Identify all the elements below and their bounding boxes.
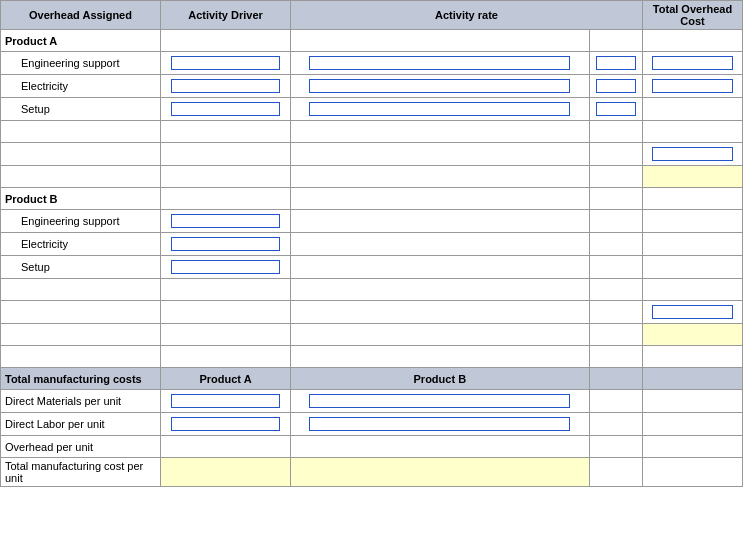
empty-3-col3 — [291, 279, 590, 301]
product-a-engineering-driver-input[interactable] — [171, 56, 280, 70]
direct-labor-col5 — [643, 413, 743, 436]
header-activity-driver: Activity Driver — [161, 1, 291, 30]
overhead-per-unit-label: Overhead per unit — [1, 436, 161, 458]
product-a-setup-driver-cell — [161, 98, 291, 121]
sep-col4 — [589, 346, 642, 368]
empty-row-1 — [1, 121, 743, 143]
product-b-electricity-label: Electricity — [1, 233, 161, 256]
empty-4-col4 — [589, 301, 642, 324]
product-a-setup-rate1-cell — [291, 98, 590, 121]
product-a-electricity-rate1-cell — [291, 75, 590, 98]
product-b-subtotal-input[interactable] — [652, 305, 734, 319]
summary-header-label: Total manufacturing costs — [1, 368, 161, 390]
product-a-electricity-label: Electricity — [1, 75, 161, 98]
empty-4-col2 — [161, 301, 291, 324]
empty-4-col1 — [1, 301, 161, 324]
direct-materials-label: Direct Materials per unit — [1, 390, 161, 413]
product-b-engineering-driver-input[interactable] — [171, 214, 280, 228]
product-b-engineering-rate1-cell — [291, 210, 590, 233]
direct-materials-a-input[interactable] — [171, 394, 280, 408]
empty-1-col1 — [1, 121, 161, 143]
product-a-yellow-total — [643, 166, 743, 188]
product-a-electricity-rate2-cell — [589, 75, 642, 98]
product-b-rate2-header — [589, 188, 642, 210]
direct-materials-b-input[interactable] — [309, 394, 570, 408]
total-mfg-cost-col5 — [643, 458, 743, 487]
product-a-setup-label: Setup — [1, 98, 161, 121]
product-a-engineering-label: Engineering support — [1, 52, 161, 75]
product-a-engineering-row: Engineering support — [1, 52, 743, 75]
empty-2-col4 — [589, 143, 642, 166]
product-b-engineering-row: Engineering support — [1, 210, 743, 233]
product-a-engineering-driver-cell — [161, 52, 291, 75]
summary-col4 — [589, 368, 642, 390]
product-b-total-col4 — [589, 324, 642, 346]
product-a-label: Product A — [1, 30, 161, 52]
product-a-setup-driver-input[interactable] — [171, 102, 280, 116]
product-a-rate2-header — [589, 30, 642, 52]
product-b-setup-driver-cell — [161, 256, 291, 279]
product-a-setup-total-cell — [643, 98, 743, 121]
product-a-electricity-rate1-input[interactable] — [309, 79, 570, 93]
product-b-setup-driver-input[interactable] — [171, 260, 280, 274]
empty-3-col1 — [1, 279, 161, 301]
product-b-engineering-driver-cell — [161, 210, 291, 233]
sep-col2 — [161, 346, 291, 368]
direct-labor-b-input[interactable] — [309, 417, 570, 431]
product-b-total-col3 — [291, 324, 590, 346]
empty-separator — [1, 346, 743, 368]
direct-labor-a-input[interactable] — [171, 417, 280, 431]
product-b-total-col2 — [161, 324, 291, 346]
product-b-setup-label: Setup — [1, 256, 161, 279]
empty-1-col5 — [643, 121, 743, 143]
product-a-engineering-rate2-input[interactable] — [596, 56, 636, 70]
direct-materials-a-cell — [161, 390, 291, 413]
header-total-overhead-cost: Total Overhead Cost — [643, 1, 743, 30]
product-b-electricity-driver-input[interactable] — [171, 237, 280, 251]
direct-labor-col4 — [589, 413, 642, 436]
product-a-total-col3 — [291, 166, 590, 188]
direct-labor-a-cell — [161, 413, 291, 436]
product-a-setup-rate1-input[interactable] — [309, 102, 570, 116]
product-b-total-col1 — [1, 324, 161, 346]
empty-row-2 — [1, 143, 743, 166]
total-mfg-cost-a-cell — [161, 458, 291, 487]
summary-product-b-label: Product B — [291, 368, 590, 390]
product-a-setup-rate2-input[interactable] — [596, 102, 636, 116]
product-a-engineering-total-input[interactable] — [652, 56, 734, 70]
empty-3-col4 — [589, 279, 642, 301]
product-a-rate1-header — [291, 30, 590, 52]
overhead-per-unit-col5 — [643, 436, 743, 458]
summary-product-a-label: Product A — [161, 368, 291, 390]
product-a-electricity-driver-input[interactable] — [171, 79, 280, 93]
product-b-electricity-rate1-cell — [291, 233, 590, 256]
product-b-electricity-row: Electricity — [1, 233, 743, 256]
product-a-subtotal-input[interactable] — [652, 147, 734, 161]
product-a-electricity-total-cell — [643, 75, 743, 98]
product-a-engineering-rate2-cell — [589, 52, 642, 75]
overhead-per-unit-col4 — [589, 436, 642, 458]
product-b-engineering-rate2-cell — [589, 210, 642, 233]
product-a-electricity-row: Electricity — [1, 75, 743, 98]
product-a-total-col1 — [1, 166, 161, 188]
summary-header-row: Total manufacturing costs Product A Prod… — [1, 368, 743, 390]
empty-row-4 — [1, 301, 743, 324]
direct-materials-col5 — [643, 390, 743, 413]
product-a-total-header — [643, 30, 743, 52]
product-b-label: Product B — [1, 188, 161, 210]
product-b-header-row: Product B — [1, 188, 743, 210]
product-a-engineering-rate1-input[interactable] — [309, 56, 570, 70]
product-a-electricity-rate2-input[interactable] — [596, 79, 636, 93]
sep-col3 — [291, 346, 590, 368]
summary-col5 — [643, 368, 743, 390]
product-b-rate1-header — [291, 188, 590, 210]
empty-2-col1 — [1, 143, 161, 166]
empty-3-col5 — [643, 279, 743, 301]
product-b-subtotal-cell — [643, 301, 743, 324]
empty-1-col2 — [161, 121, 291, 143]
sep-col1 — [1, 346, 161, 368]
product-b-electricity-total-cell — [643, 233, 743, 256]
product-a-electricity-total-input[interactable] — [652, 79, 734, 93]
sep-col5 — [643, 346, 743, 368]
direct-materials-row: Direct Materials per unit — [1, 390, 743, 413]
